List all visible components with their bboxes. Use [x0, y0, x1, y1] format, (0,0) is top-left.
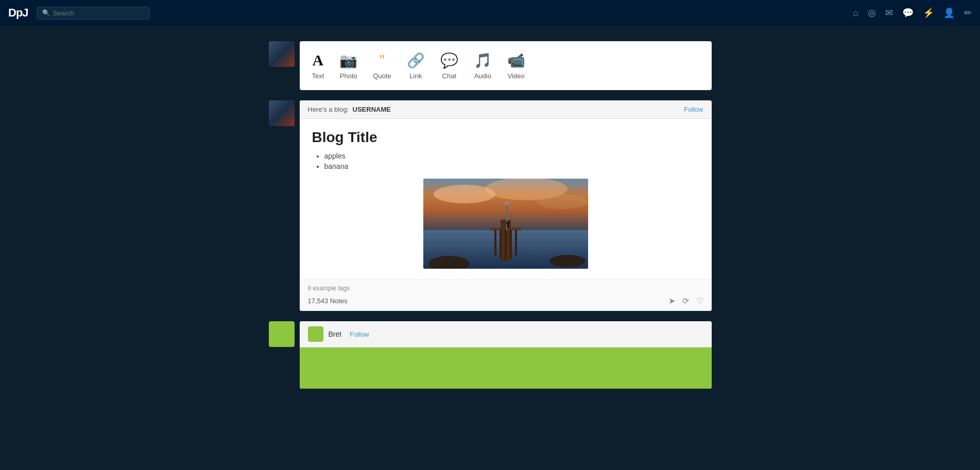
photo-icon: 📷: [339, 52, 357, 69]
text-icon: A: [313, 51, 324, 69]
green-post-section: Bret Follow: [269, 321, 712, 389]
post-intro: Here's a blog: USERNAME: [308, 106, 391, 113]
quote-label: Quote: [373, 72, 391, 80]
link-label: Link: [409, 72, 422, 80]
chat-label: Chat: [442, 72, 456, 80]
post-type-quote[interactable]: " Quote: [373, 51, 391, 80]
notes-row: 17,543 Notes ➤ ⟳ ♡: [308, 296, 703, 306]
green-card-header: Bret Follow: [300, 321, 712, 347]
post-type-video[interactable]: 📹 Video: [507, 52, 525, 80]
green-card: Bret Follow: [300, 321, 712, 389]
post-footer: # example tags 17,543 Notes ➤ ⟳ ♡: [300, 279, 712, 311]
nav-icons: ⌂ ◎ ✉ 💬 ⚡ 👤 ✏: [853, 7, 972, 19]
post-section: Here's a blog: USERNAME Follow Blog Titl…: [269, 100, 712, 311]
home-icon[interactable]: ⌂: [853, 8, 858, 19]
search-box[interactable]: 🔍: [37, 7, 150, 20]
main-content: A Text 📷 Photo " Quote 🔗 Link 💬: [0, 0, 980, 409]
svg-rect-10: [500, 230, 502, 258]
svg-rect-12: [510, 230, 512, 258]
tags-text[interactable]: # example tags: [308, 285, 350, 292]
composer-section: A Text 📷 Photo " Quote 🔗 Link 💬: [269, 41, 712, 90]
video-icon: 📹: [507, 52, 525, 69]
app-logo: DpJ: [8, 6, 28, 20]
quote-icon: ": [380, 51, 385, 69]
svg-rect-11: [505, 230, 507, 260]
post-type-audio[interactable]: 🎵 Audio: [474, 52, 492, 80]
post-username[interactable]: USERNAME: [353, 106, 391, 113]
search-icon: 🔍: [42, 9, 50, 16]
reblog-icon[interactable]: ⟳: [682, 296, 689, 306]
link-icon: 🔗: [407, 52, 425, 69]
green-avatar: [269, 321, 295, 347]
chat-icon: 💬: [440, 52, 458, 69]
post-avatar: [269, 100, 295, 126]
svg-point-15: [504, 202, 510, 205]
composer-card: A Text 📷 Photo " Quote 🔗 Link 💬: [300, 41, 712, 90]
svg-rect-18: [507, 224, 509, 228]
post-card: Here's a blog: USERNAME Follow Blog Titl…: [300, 100, 712, 311]
header: DpJ 🔍 ⌂ ◎ ✉ 💬 ⚡ 👤 ✏: [0, 0, 980, 26]
user-icon[interactable]: 👤: [943, 7, 955, 19]
list-item: banana: [324, 162, 699, 170]
avatar-image: [269, 41, 295, 67]
bolt-icon[interactable]: ⚡: [923, 7, 934, 19]
post-type-text[interactable]: A Text: [312, 51, 324, 80]
post-type-chat[interactable]: 💬 Chat: [440, 52, 458, 80]
audio-icon: 🎵: [474, 52, 492, 69]
svg-rect-9: [494, 230, 496, 256]
text-label: Text: [312, 72, 324, 80]
post-type-photo[interactable]: 📷 Photo: [339, 52, 357, 80]
post-body: Blog Title apples banana: [300, 119, 712, 279]
post-types-row: A Text 📷 Photo " Quote 🔗 Link 💬: [312, 51, 699, 80]
svg-point-19: [506, 222, 509, 224]
notes-count: 17,543 Notes: [308, 297, 348, 305]
compass-icon[interactable]: ◎: [868, 7, 876, 19]
green-avatar-small: [308, 326, 323, 342]
audio-label: Audio: [474, 72, 491, 80]
tags-row: # example tags: [308, 285, 703, 292]
post-type-link[interactable]: 🔗 Link: [407, 52, 425, 80]
like-icon[interactable]: ♡: [696, 296, 703, 306]
pencil-icon[interactable]: ✏: [964, 7, 972, 19]
mail-icon[interactable]: ✉: [885, 7, 893, 19]
svg-point-17: [549, 255, 586, 267]
search-input[interactable]: [53, 9, 144, 17]
blog-title: Blog Title: [312, 129, 699, 146]
svg-point-3: [537, 195, 588, 209]
blog-list: apples banana: [312, 152, 699, 170]
post-avatar-image: [269, 100, 295, 126]
post-header: Here's a blog: USERNAME Follow: [300, 100, 712, 119]
blog-image: [423, 179, 588, 269]
follow-button[interactable]: Follow: [684, 106, 703, 113]
chat-nav-icon[interactable]: 💬: [902, 7, 914, 19]
user-avatar: [269, 41, 295, 67]
green-follow-button[interactable]: Follow: [350, 330, 369, 338]
post-actions: ➤ ⟳ ♡: [668, 296, 703, 306]
svg-rect-13: [515, 230, 517, 256]
photo-label: Photo: [340, 72, 357, 80]
green-card-body: [300, 347, 712, 389]
list-item: apples: [324, 152, 699, 160]
green-username[interactable]: Bret: [329, 330, 342, 338]
video-label: Video: [508, 72, 525, 80]
share-icon[interactable]: ➤: [668, 296, 675, 306]
